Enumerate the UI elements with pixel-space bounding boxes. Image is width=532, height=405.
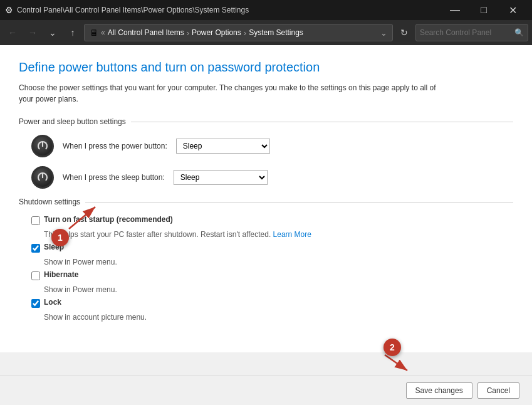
bottom-bar: Save changes Cancel xyxy=(0,375,532,405)
window-controls: — □ ✕ xyxy=(441,0,527,20)
sleep-checkbox[interactable] xyxy=(31,244,40,253)
fast-startup-desc: This helps start your PC faster after sh… xyxy=(19,230,513,239)
search-icon: 🔍 xyxy=(514,28,524,37)
shutdown-section: Shutdown settings Turn on fast startup (… xyxy=(19,197,513,322)
fast-startup-row: Turn on fast startup (recommended) xyxy=(19,215,513,225)
address-path: 🖥 « All Control Panel Items › Power Opti… xyxy=(84,24,393,41)
path-item-0: All Control Panel Items xyxy=(108,28,184,37)
sleep-button-select[interactable]: Do nothing Sleep Hibernate Shut down Tur… xyxy=(174,170,268,185)
title-bar: ⚙ Control Panel\All Control Panel Items\… xyxy=(0,0,532,20)
power-sleep-section-header: Power and sleep button settings xyxy=(19,117,513,126)
shutdown-section-header: Shutdown settings xyxy=(19,197,513,206)
hibernate-checkbox[interactable] xyxy=(31,271,40,280)
path-item-1: Power Options xyxy=(192,28,241,37)
hibernate-row: Hibernate xyxy=(19,270,513,280)
fast-startup-checkbox[interactable] xyxy=(31,216,40,225)
minimize-button[interactable]: — xyxy=(441,0,469,20)
power-button-label: When I press the power button: xyxy=(63,142,167,150)
path-separator-2: › xyxy=(244,28,246,38)
main-content: Define power buttons and turn on passwor… xyxy=(0,45,532,352)
search-box: 🔍 xyxy=(415,24,528,41)
close-button[interactable]: ✕ xyxy=(498,0,527,20)
sleep-button-label: When I press the sleep button: xyxy=(63,173,165,182)
path-separator-1: › xyxy=(187,28,189,38)
address-bar: ← → ⌄ ↑ 🖥 « All Control Panel Items › Po… xyxy=(0,20,532,45)
hibernate-label: Hibernate xyxy=(44,270,78,279)
fast-startup-label: Turn on fast startup (recommended) xyxy=(44,215,173,224)
power-button-select[interactable]: Do nothing Sleep Sleep Hibernate Shut do… xyxy=(176,139,270,154)
path-icon: 🖥 xyxy=(90,28,98,38)
path-item-2: System Settings xyxy=(249,28,303,37)
power-button-row: When I press the power button: Do nothin… xyxy=(19,135,513,157)
learn-more-link[interactable]: Learn More xyxy=(273,230,311,239)
power-button-icon xyxy=(31,135,54,157)
sleep-row: Sleep xyxy=(19,243,513,253)
hibernate-desc: Show in Power menu. xyxy=(19,285,513,294)
forward-button[interactable]: → xyxy=(24,24,41,41)
maximize-button[interactable]: □ xyxy=(469,0,498,20)
sleep-desc: Show in Power menu. xyxy=(19,258,513,266)
annotation-circle-2: 2 xyxy=(383,339,401,356)
cancel-button[interactable]: Cancel xyxy=(477,382,519,399)
path-dropdown[interactable]: ⌄ xyxy=(380,28,387,38)
back-button[interactable]: ← xyxy=(4,24,21,41)
refresh-button[interactable]: ↻ xyxy=(395,24,413,41)
page-description: Choose the power settings that you want … xyxy=(19,82,445,105)
page-title: Define power buttons and turn on passwor… xyxy=(19,60,513,75)
lock-desc: Show in account picture menu. xyxy=(19,313,513,322)
window-title: Control Panel\All Control Panel Items\Po… xyxy=(17,6,441,14)
app-icon: ⚙ xyxy=(5,5,13,15)
dropdown-button[interactable]: ⌄ xyxy=(44,24,61,41)
search-input[interactable] xyxy=(420,28,512,37)
sleep-button-icon xyxy=(31,166,54,189)
up-button[interactable]: ↑ xyxy=(64,24,81,41)
annotation-circle-1: 1 xyxy=(51,229,69,246)
save-button[interactable]: Save changes xyxy=(406,382,472,399)
lock-row: Lock xyxy=(19,298,513,308)
lock-label: Lock xyxy=(44,298,61,307)
sleep-button-row: When I press the sleep button: Do nothin… xyxy=(19,166,513,189)
svg-line-3 xyxy=(385,355,407,371)
lock-checkbox[interactable] xyxy=(31,299,40,308)
path-separator-0: « xyxy=(101,28,105,37)
